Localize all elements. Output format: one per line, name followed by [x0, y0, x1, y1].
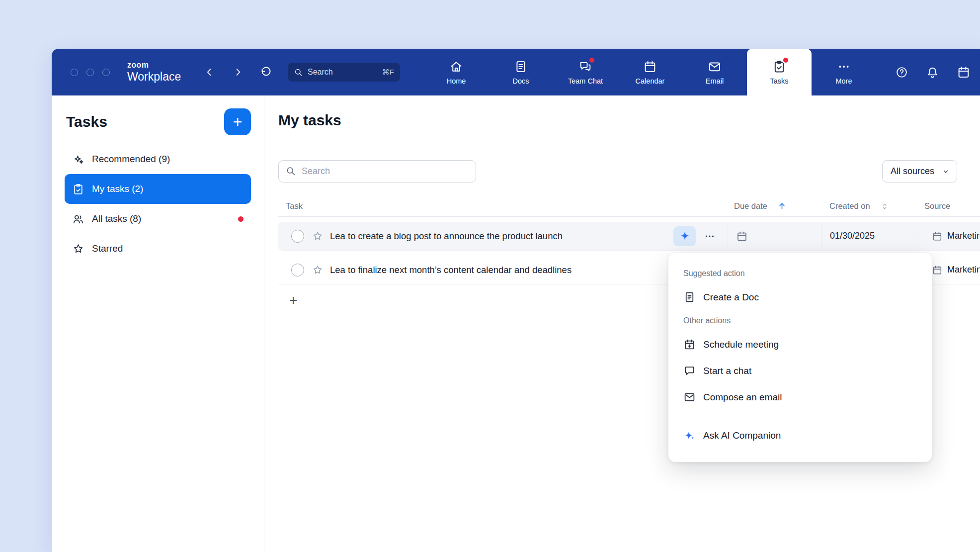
search-shortcut: ⌘F	[382, 68, 394, 77]
new-task-button[interactable]: +	[224, 108, 251, 135]
add-due-date-icon	[736, 230, 748, 242]
all-tasks-badge	[238, 216, 244, 222]
task-cell: Lea to create a blog post to announce th…	[278, 222, 728, 250]
sources-filter-label: All sources	[891, 166, 934, 177]
task-checkbox[interactable]	[291, 264, 304, 276]
nav-team-chat[interactable]: Team Chat	[553, 49, 618, 95]
task-title: Lea to finalize next month’s content cal…	[330, 265, 572, 276]
menu-item-ask-ai-companion[interactable]: Ask AI Companion	[683, 422, 917, 449]
plus-icon: +	[233, 114, 243, 130]
window-control-3[interactable]	[102, 69, 110, 76]
menu-item-compose-email[interactable]: Compose an email	[683, 384, 917, 410]
table-header: Task Due date Created on Source	[278, 196, 980, 217]
source-cell: Marketing	[917, 222, 980, 250]
window-control-2[interactable]	[86, 69, 94, 76]
task-cell: Lea to finalize next month’s content cal…	[278, 256, 728, 284]
created-on-cell: 01/30/2025	[821, 222, 917, 250]
nav-more[interactable]: More	[812, 49, 876, 95]
task-list-icon	[72, 183, 84, 195]
nav-docs-label: Docs	[512, 77, 529, 85]
nav-tasks-label: Tasks	[770, 77, 788, 85]
column-header-created-on[interactable]: Created on	[821, 196, 917, 216]
calendar-icon	[932, 265, 943, 276]
email-icon	[708, 60, 722, 74]
more-icon	[837, 60, 851, 74]
global-search[interactable]: Search ⌘F	[288, 63, 400, 82]
ai-companion-button[interactable]	[673, 226, 696, 246]
source-label: Marketing	[947, 231, 980, 241]
schedule-button[interactable]	[955, 63, 973, 81]
app-window: zoom Workplace Search ⌘F Home Docs	[52, 49, 980, 552]
topbar: zoom Workplace Search ⌘F Home Docs	[52, 49, 980, 95]
sidebar-title: Tasks	[66, 113, 107, 130]
task-row[interactable]: Lea to create a blog post to announce th…	[278, 222, 980, 251]
menu-item-schedule-meeting[interactable]: Schedule meeting	[683, 331, 917, 358]
nav-email[interactable]: Email	[682, 49, 747, 95]
sidebar-list: Recommended (9) My tasks (2) All tasks (…	[52, 144, 264, 264]
menu-section-header: Other actions	[683, 310, 917, 331]
nav-more-label: More	[835, 77, 852, 85]
nav-calendar[interactable]: Calendar	[618, 49, 682, 95]
task-title: Lea to create a blog post to announce th…	[330, 231, 563, 242]
ai-action-menu: Suggested action Create a Doc Other acti…	[668, 253, 932, 462]
zoom-workplace-logo: zoom Workplace	[127, 61, 181, 84]
back-button[interactable]	[201, 64, 218, 81]
sort-icon	[880, 202, 889, 211]
window-control-1[interactable]	[71, 69, 78, 76]
ai-companion-icon	[683, 429, 696, 442]
logo-workplace-text: Workplace	[127, 70, 181, 84]
menu-divider	[683, 416, 917, 416]
nav-home[interactable]: Home	[424, 49, 489, 95]
menu-item-start-chat[interactable]: Start a chat	[683, 358, 917, 384]
star-icon	[72, 243, 84, 255]
sidebar-item-label: Starred	[92, 243, 123, 254]
calendar-icon	[932, 231, 943, 242]
search-icon	[294, 68, 303, 77]
sidebar-item-starred[interactable]: Starred	[65, 234, 251, 264]
nav-tasks[interactable]: Tasks	[747, 49, 812, 95]
star-icon[interactable]	[312, 230, 324, 242]
tasks-sidebar: Tasks + Recommended (9) My tasks (2) All…	[52, 95, 264, 552]
task-search-input[interactable]	[278, 160, 476, 183]
help-button[interactable]	[893, 63, 910, 81]
task-checkbox[interactable]	[291, 230, 304, 243]
window-controls	[71, 49, 110, 95]
bell-icon	[926, 66, 939, 79]
nav-docs[interactable]: Docs	[489, 49, 553, 95]
chat-bubble-icon	[683, 365, 696, 377]
sidebar-item-all-tasks[interactable]: All tasks (8)	[65, 204, 251, 234]
sources-filter-dropdown[interactable]: All sources	[882, 160, 957, 183]
forward-button[interactable]	[230, 64, 246, 81]
nav-email-label: Email	[706, 77, 724, 85]
sidebar-header: Tasks +	[52, 95, 264, 135]
date-icon	[957, 65, 971, 79]
add-task-button[interactable]: +	[289, 293, 297, 307]
docs-icon	[514, 60, 528, 74]
help-icon	[895, 66, 908, 79]
history-button[interactable]	[257, 64, 274, 81]
tasks-badge	[783, 58, 788, 63]
due-date-cell[interactable]	[728, 222, 821, 250]
notifications-button[interactable]	[923, 63, 941, 81]
sidebar-item-recommended[interactable]: Recommended (9)	[65, 144, 251, 174]
row-more-button[interactable]	[700, 226, 720, 246]
more-icon	[704, 230, 716, 242]
column-header-source: Source	[917, 196, 980, 216]
ai-sparkle-icon	[679, 230, 691, 242]
sidebar-item-label: All tasks (8)	[92, 213, 141, 224]
calendar-icon	[643, 60, 657, 74]
star-icon[interactable]	[312, 264, 324, 276]
menu-item-create-doc[interactable]: Create a Doc	[683, 284, 917, 310]
global-search-placeholder: Search	[308, 68, 378, 77]
history-icon	[259, 66, 272, 79]
nav-home-label: Home	[447, 77, 466, 85]
logo-zoom-text: zoom	[127, 61, 181, 70]
sort-ascending-icon	[777, 201, 787, 211]
chevron-right-icon	[233, 67, 244, 78]
column-header-due-date[interactable]: Due date	[728, 196, 821, 216]
sidebar-item-my-tasks[interactable]: My tasks (2)	[65, 174, 251, 204]
primary-nav: Home Docs Team Chat Calendar Email	[424, 49, 876, 95]
nav-calendar-label: Calendar	[636, 77, 665, 85]
chevron-left-icon	[204, 67, 215, 78]
chevron-down-icon	[941, 167, 951, 177]
